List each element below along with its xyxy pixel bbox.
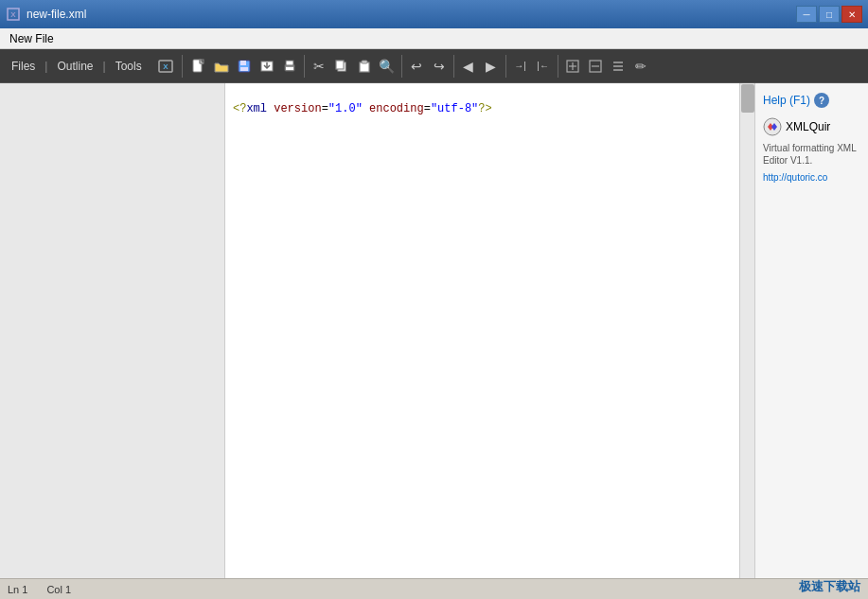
close-button[interactable]: ✕ xyxy=(841,6,862,23)
divider4 xyxy=(453,55,454,78)
divider5 xyxy=(505,55,506,78)
title-bar: X new-file.xml ─ □ ✕ xyxy=(0,0,868,28)
brand-url-link[interactable]: http://qutoric.co xyxy=(763,172,860,183)
cut-button[interactable]: ✂ xyxy=(309,56,329,77)
window-title: new-file.xml xyxy=(27,8,86,21)
copy-button[interactable] xyxy=(331,56,352,77)
maximize-button[interactable]: □ xyxy=(819,6,840,23)
undo-button[interactable]: ↩ xyxy=(406,56,427,77)
export-button[interactable] xyxy=(257,56,277,77)
format-button[interactable] xyxy=(608,56,629,77)
svg-rect-7 xyxy=(240,61,246,65)
editor-content[interactable]: <?xml version="1.0" encoding="utf-8"?> xyxy=(225,83,754,134)
status-bar: Ln 1 Col 1 xyxy=(0,578,868,599)
svg-rect-12 xyxy=(286,61,293,65)
editor-area[interactable]: <?xml version="1.0" encoding="utf-8"?> xyxy=(225,83,754,578)
redo-button[interactable]: ↪ xyxy=(429,56,450,77)
svg-text:X: X xyxy=(10,10,16,19)
editor-scrollbar[interactable] xyxy=(739,83,754,578)
collapse-button[interactable] xyxy=(585,56,606,77)
svg-rect-15 xyxy=(336,61,344,69)
save-button[interactable] xyxy=(234,56,255,77)
tools-tab[interactable]: Tools xyxy=(108,49,150,82)
brand-svg-icon xyxy=(763,117,782,136)
svg-rect-8 xyxy=(240,67,248,71)
watermark: 极速下载站 xyxy=(799,578,860,595)
col-number: Col 1 xyxy=(46,584,71,595)
brand-desc: Virtual formatting XML Editor V1.1. xyxy=(763,142,860,167)
main-content: <?xml version="1.0" encoding="utf-8"?> H… xyxy=(0,83,868,578)
help-icon: ? xyxy=(814,93,829,108)
minimize-button[interactable]: ─ xyxy=(796,6,817,23)
files-tab[interactable]: Files xyxy=(4,49,43,82)
brand-name: XMLQuir xyxy=(786,120,830,133)
new-file-button[interactable] xyxy=(188,56,209,77)
brand-logo: XMLQuir xyxy=(763,117,860,136)
window-controls: ─ □ ✕ xyxy=(796,6,862,23)
nav-sep-1: | xyxy=(44,60,47,73)
expand-button[interactable] xyxy=(562,56,583,77)
outline-tab[interactable]: Outline xyxy=(49,49,100,82)
divider3 xyxy=(401,55,402,78)
open-button[interactable] xyxy=(211,56,232,77)
title-left: X new-file.xml xyxy=(6,7,86,22)
prev-button[interactable]: ◀ xyxy=(458,56,479,77)
print-button[interactable] xyxy=(279,56,300,77)
nav-sep-2: | xyxy=(103,60,106,73)
next-button[interactable]: ▶ xyxy=(481,56,502,77)
svg-rect-17 xyxy=(362,61,367,63)
line-number: Ln 1 xyxy=(8,584,27,595)
toolbar: Files | Outline | Tools X xyxy=(0,49,868,83)
properties-button[interactable]: ✏ xyxy=(630,56,651,77)
scrollbar-thumb[interactable] xyxy=(741,84,754,113)
nav-tabs: Files | Outline | Tools xyxy=(4,49,150,82)
right-panel: Help (F1) ? XMLQuir Virtual formatting X… xyxy=(754,83,868,578)
sidebar xyxy=(0,83,225,578)
status-info: Ln 1 Col 1 xyxy=(8,584,71,595)
xml-tool-icon[interactable]: X xyxy=(155,56,176,77)
divider6 xyxy=(558,55,558,78)
help-link[interactable]: Help (F1) ? xyxy=(763,93,860,108)
find-button[interactable]: 🔍 xyxy=(377,56,398,77)
svg-text:X: X xyxy=(163,62,168,71)
svg-rect-13 xyxy=(286,67,293,70)
help-text[interactable]: Help (F1) xyxy=(763,94,810,107)
new-file-menu[interactable]: New File xyxy=(4,30,60,47)
indent-out-button[interactable]: |← xyxy=(533,56,554,77)
paste-button[interactable] xyxy=(354,56,375,77)
app-icon: X xyxy=(6,7,21,22)
toolbar-divider xyxy=(182,55,183,78)
indent-in-button[interactable]: →| xyxy=(510,56,531,77)
divider2 xyxy=(304,55,305,78)
menu-bar: New File xyxy=(0,28,868,49)
